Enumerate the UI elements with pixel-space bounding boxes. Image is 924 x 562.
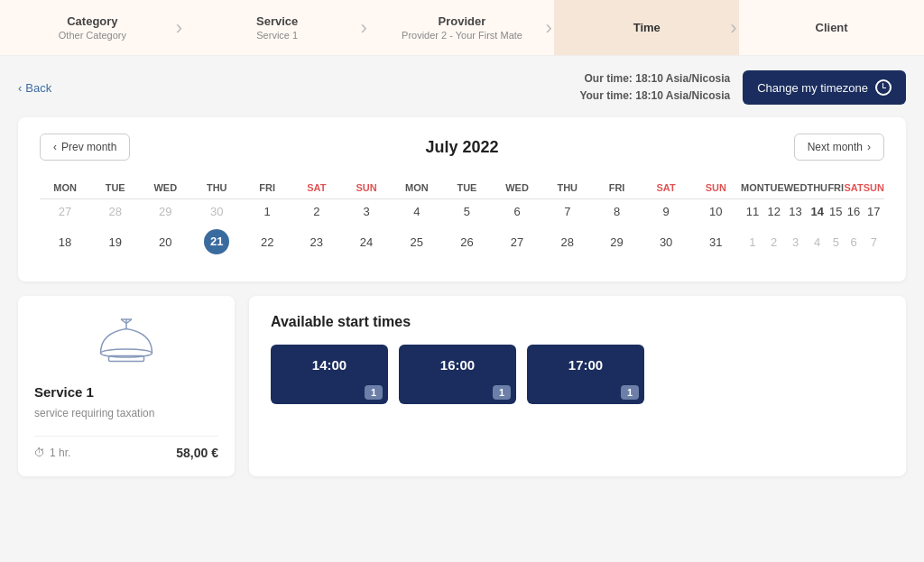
calendar-cell[interactable]: 18 <box>40 224 90 260</box>
calendar-cell[interactable]: 29 <box>140 199 190 224</box>
clock-small-icon: ⏱ <box>34 447 45 459</box>
day-header-thu: THU <box>807 179 827 198</box>
day-header-tue: TUE <box>90 179 140 198</box>
step-sub-provider: Provider 2 - Your First Mate <box>402 30 522 41</box>
calendar-cell[interactable]: 3 <box>784 224 808 260</box>
calendar-cell[interactable]: 1 <box>243 199 291 224</box>
chevron-icon-4: › <box>730 0 748 56</box>
back-link[interactable]: ‹ Back <box>18 81 51 95</box>
calendar-cell[interactable]: 8 <box>592 199 641 224</box>
breadcrumb-step-time[interactable]: Time › <box>554 0 739 55</box>
calendar-cell[interactable]: 6 <box>844 224 863 260</box>
calendar-cell[interactable]: 5 <box>442 199 492 224</box>
calendar-cell[interactable]: 10 <box>691 199 741 224</box>
day-header-sun: SUN <box>864 179 884 198</box>
time-slots-container: 14:00 1 16:00 1 17:00 1 <box>271 345 884 404</box>
day-header-mon: MON <box>741 179 764 198</box>
time-slot-badge-container: 1 <box>527 382 644 404</box>
day-header-sun: SUN <box>691 179 741 198</box>
calendar-cell[interactable]: 28 <box>90 199 140 224</box>
calendar-cell[interactable]: 28 <box>542 224 592 260</box>
calendar-cell[interactable]: 21 <box>190 224 243 260</box>
next-month-button[interactable]: Next month › <box>794 134 884 161</box>
day-header-sun: SUN <box>341 179 391 198</box>
calendar-cell[interactable]: 11 <box>741 199 764 224</box>
duration-value: 1 hr. <box>50 447 70 459</box>
breadcrumb-step-service[interactable]: Service Service 1 › <box>185 0 370 55</box>
calendar-cell[interactable]: 30 <box>642 224 691 260</box>
our-time-label: Our time: <box>585 72 633 85</box>
change-timezone-button[interactable]: Change my timezone <box>743 70 906 105</box>
calendar-cell[interactable]: 19 <box>90 224 140 260</box>
times-card: Available start times 14:00 1 16:00 1 17… <box>249 296 906 476</box>
timezone-info: Our time: 18:10 Asia/Nicosia Your time: … <box>579 70 730 105</box>
calendar-cell[interactable]: 31 <box>691 224 741 260</box>
calendar-cell[interactable]: 7 <box>542 199 592 224</box>
calendar-cell[interactable]: 15 <box>827 199 844 224</box>
calendar-cell[interactable]: 25 <box>392 224 442 260</box>
calendar-cell[interactable]: 6 <box>492 199 542 224</box>
calendar-cell[interactable]: 3 <box>341 199 391 224</box>
our-time-value: 18:10 Asia/Nicosia <box>635 72 730 85</box>
calendar-row-1: 18192021222324252627282930311234567 <box>40 224 884 260</box>
step-title-time: Time <box>633 21 661 34</box>
calendar-cell[interactable]: 14 <box>807 199 827 224</box>
calendar-cell[interactable]: 12 <box>764 199 784 224</box>
calendar-card: ‹ Prev month July 2022 Next month › MONT… <box>18 117 906 281</box>
day-header-wed: WED <box>784 179 808 198</box>
calendar-grid: MONTUEWEDTHUFRISATSUNMONTUEWEDTHUFRISATS… <box>40 179 884 260</box>
calendar-cell[interactable]: 4 <box>392 199 442 224</box>
step-title-client: Client <box>816 21 848 34</box>
day-header-mon: MON <box>40 179 90 198</box>
month-title: July 2022 <box>425 138 498 157</box>
next-arrow-icon: › <box>867 141 871 153</box>
calendar-cell[interactable]: 22 <box>243 224 291 260</box>
calendar-cell[interactable]: 26 <box>442 224 492 260</box>
time-slot[interactable]: 14:00 1 <box>271 345 388 404</box>
service-price: 58,00 € <box>176 446 218 460</box>
time-slot-badge-container: 1 <box>399 382 516 404</box>
service-illustration <box>34 314 218 368</box>
step-title-category: Category <box>67 14 117 28</box>
calendar-header: ‹ Prev month July 2022 Next month › <box>40 134 884 161</box>
next-month-label: Next month <box>808 141 863 153</box>
service-card: Service 1 service requiring taxation ⏱ 1… <box>18 296 235 476</box>
calendar-cell[interactable]: 16 <box>844 199 863 224</box>
time-slot[interactable]: 16:00 1 <box>399 345 516 404</box>
calendar-cell[interactable]: 23 <box>291 224 341 260</box>
your-time-value: 18:10 Asia/Nicosia <box>635 89 730 102</box>
calendar-cell[interactable]: 27 <box>40 199 90 224</box>
calendar-cell[interactable]: 9 <box>642 199 691 224</box>
calendar-cell[interactable]: 13 <box>784 199 808 224</box>
calendar-row-0: 272829301234567891011121314151617 <box>40 199 884 224</box>
calendar-cell[interactable]: 17 <box>864 199 884 224</box>
service-footer: ⏱ 1 hr. 58,00 € <box>34 436 218 460</box>
calendar-cell[interactable]: 5 <box>827 224 844 260</box>
calendar-cell[interactable]: 1 <box>741 224 764 260</box>
change-tz-label: Change my timezone <box>757 81 868 95</box>
prev-month-label: Prev month <box>61 141 116 153</box>
day-header-sat: SAT <box>642 179 691 198</box>
calendar-cell[interactable]: 30 <box>190 199 243 224</box>
breadcrumb-step-provider[interactable]: Provider Provider 2 - Your First Mate › <box>370 0 555 55</box>
day-header-sat: SAT <box>291 179 341 198</box>
day-header-tue: TUE <box>764 179 784 198</box>
calendar-cell[interactable]: 4 <box>807 224 827 260</box>
prev-month-button[interactable]: ‹ Prev month <box>40 134 130 161</box>
calendar-cell[interactable]: 2 <box>764 224 784 260</box>
day-header-wed: WED <box>492 179 542 198</box>
calendar-cell[interactable]: 20 <box>140 224 190 260</box>
breadcrumb-step-category[interactable]: Category Other Category › <box>0 0 185 55</box>
step-sub-category: Other Category <box>59 30 126 41</box>
breadcrumb-step-client[interactable]: Client <box>739 0 924 55</box>
slot-count-badge: 1 <box>621 385 639 400</box>
time-slot[interactable]: 17:00 1 <box>527 345 644 404</box>
chevron-icon-3: › <box>545 0 563 56</box>
calendar-cell[interactable]: 2 <box>291 199 341 224</box>
top-bar: ‹ Back Our time: 18:10 Asia/Nicosia Your… <box>18 70 906 105</box>
calendar-cell[interactable]: 29 <box>592 224 641 260</box>
calendar-cell[interactable]: 24 <box>341 224 391 260</box>
time-slot-label: 14:00 <box>271 345 388 382</box>
calendar-cell[interactable]: 27 <box>492 224 542 260</box>
calendar-cell[interactable]: 7 <box>864 224 884 260</box>
